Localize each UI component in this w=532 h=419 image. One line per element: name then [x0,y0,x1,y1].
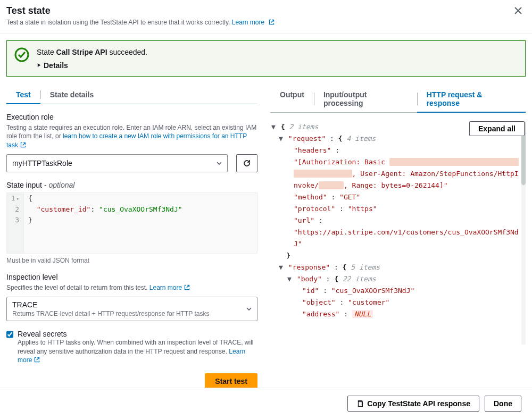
caret-down-icon [217,159,222,167]
exec-role-select[interactable]: myHTTPTaskRole [6,154,228,172]
state-input-editor[interactable]: 1▾{ 2 "customer_id": "cus_OvaXOOrSMf3NdJ… [6,192,257,254]
json-viewer[interactable]: Expand all ▼ { 2 items ▼ "request" : { 4… [270,121,526,381]
scrollbar[interactable] [521,121,526,345]
left-tabs: Test State details [6,86,257,104]
exec-role-help: Testing a state requires an execution ro… [6,123,257,151]
refresh-roles-button[interactable] [236,154,257,172]
right-tabs: Output Input/output processing HTTP requ… [270,86,526,113]
expand-all-button[interactable]: Expand all [469,121,525,136]
toggle-icon[interactable]: ▼ [278,133,284,145]
state-input-label: State input - optional [6,181,257,189]
alert-message: State Call Stripe API succeeded. [37,47,147,58]
start-test-button[interactable]: Start test [205,373,257,388]
inspection-learn-more-link[interactable]: Learn more [149,284,190,291]
external-link-icon [184,284,190,294]
tab-io-processing[interactable]: Input/output processing [314,86,417,113]
refresh-icon [243,159,251,167]
reveal-secrets-label: Reveal secrets [18,330,257,338]
external-link-icon [34,356,40,366]
copy-response-button[interactable]: Copy TestState API response [347,396,479,412]
copy-icon [356,400,364,407]
header-learn-more-link[interactable]: Learn more [232,19,275,26]
success-alert: State Call Stripe API succeeded. Details [6,40,526,77]
reveal-secrets-checkbox[interactable] [6,331,13,338]
exec-role-value: myHTTPTaskRole [12,159,72,167]
inspection-help: Specifies the level of detail to return … [6,283,257,294]
done-button[interactable]: Done [485,396,521,412]
state-input-note: Must be in valid JSON format [6,257,257,264]
tab-output[interactable]: Output [270,86,314,113]
toggle-icon[interactable]: ▼ [278,262,284,273]
external-link-icon [20,141,27,151]
toggle-icon[interactable]: ▼ [286,273,293,285]
external-link-icon [268,19,275,27]
reveal-secrets-help: Applies to HTTP tasks only. When combine… [18,338,257,366]
tab-test[interactable]: Test [6,86,40,104]
modal-header: Test state Test a state in isolation usi… [0,0,532,34]
close-button[interactable] [513,5,523,16]
tab-state-details[interactable]: State details [40,86,103,104]
tab-http[interactable]: HTTP request & response [417,86,526,113]
close-icon [514,6,522,15]
inspection-select[interactable]: TRACE Returns TRACE-level detail + HTTP … [6,297,257,321]
alert-details-toggle[interactable]: Details [37,61,147,70]
toggle-icon[interactable]: ▼ [270,121,277,133]
caret-down-icon [246,305,252,313]
modal-subtitle: Test a state in isolation using the Test… [6,19,521,27]
modal-title: Test state [6,5,521,16]
exec-role-label: Execution role [6,113,257,121]
inspection-label: Inspection level [6,273,257,281]
modal-footer: Copy TestState API response Done [0,388,532,419]
caret-right-icon [37,63,41,68]
success-icon [14,47,29,62]
